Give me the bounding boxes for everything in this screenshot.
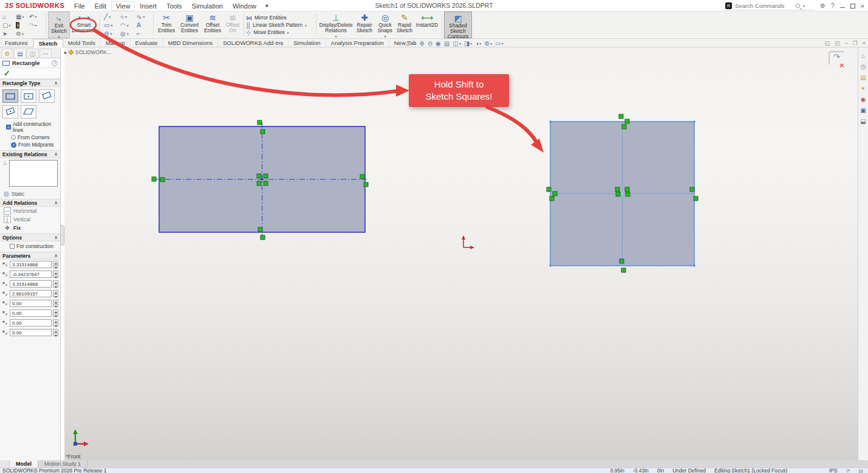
circle-tool[interactable]: ○▾ [118, 12, 135, 21]
login-badge-icon[interactable]: R [725, 2, 732, 9]
zoom-out-icon[interactable]: ⊖ [428, 40, 432, 47]
spinner[interactable] [53, 300, 58, 307]
spinner[interactable] [53, 271, 58, 278]
redo-icon[interactable]: ↷▾ [29, 21, 44, 29]
doc-pane2-icon[interactable]: ◰ [835, 40, 840, 46]
three-point-corner-rectangle-button[interactable] [39, 89, 55, 103]
tab-propertymanager-icon[interactable]: ▤ [14, 49, 26, 58]
edit-appearance-icon[interactable]: ⚙▾ [484, 40, 492, 47]
parameter-input[interactable]: -0.34237647 [10, 271, 52, 278]
help-icon[interactable]: ? [831, 2, 835, 9]
section-view-icon[interactable]: ▤ [444, 40, 449, 47]
tab-analysis-preparation[interactable]: Analysis Preparation [326, 39, 389, 47]
three-point-center-rectangle-button[interactable] [2, 105, 18, 119]
parameter-input[interactable]: 3.31514868 [10, 280, 52, 288]
parameter-input[interactable]: 0.00 [10, 319, 52, 326]
section-parameters[interactable]: Parameters∧ [0, 252, 60, 260]
zoom-to-area-icon[interactable]: ⌕ [413, 40, 417, 47]
rectangle-tool[interactable]: ▭▾ [102, 21, 118, 29]
spinner[interactable] [53, 290, 58, 297]
custom-properties-icon[interactable]: ▣ [860, 107, 866, 114]
trim-entities-button[interactable]: ✂ Trim Entities [155, 12, 177, 38]
linear-sketch-pattern-button[interactable]: ⣿Linear Sketch Pattern▾ [246, 22, 314, 29]
convert-entities-button[interactable]: ▣ Convert Entities [177, 12, 202, 38]
rapid-sketch-button[interactable]: ✎ Rapid Sketch [395, 12, 414, 38]
tab-solidworks-add-ins[interactable]: SOLIDWORKS Add-Ins [218, 39, 289, 47]
spinner[interactable] [53, 261, 58, 268]
parameter-input[interactable]: 0.00 [10, 309, 52, 317]
sketch-square-right[interactable] [544, 112, 708, 277]
relation-vertical-button[interactable]: | Vertical [0, 215, 60, 224]
doc-minimize-icon[interactable]: – [845, 40, 848, 46]
search-icon[interactable] [796, 4, 800, 8]
line-tool[interactable]: ╱▾ [102, 12, 118, 21]
home-icon[interactable]: ⌂ [2, 12, 16, 21]
view-settings-icon[interactable]: ▭▾ [495, 40, 503, 47]
section-options[interactable]: Options∧ [0, 233, 60, 241]
section-rectangle-type[interactable]: Rectangle Type∧ [0, 79, 60, 87]
tab-markup[interactable]: Markup [101, 39, 131, 47]
appearances-icon[interactable]: ◉ [861, 96, 866, 103]
view-orientation-icon[interactable]: ◫▾ [453, 40, 460, 47]
parallelogram-button[interactable] [21, 105, 36, 119]
exit-sketch-button[interactable]: ⤷ Exit Sketch ▾ [48, 12, 70, 38]
existing-relations-list[interactable] [9, 160, 58, 187]
arc-tool[interactable]: ◠▾ [118, 21, 135, 29]
pm-help-icon[interactable]: ? [52, 60, 58, 66]
center-rectangle-button[interactable] [21, 89, 36, 103]
tab-motion-study[interactable]: Motion Study 1 [38, 460, 87, 468]
smart-dimension-button[interactable]: ⟷ Smart Dimension [70, 12, 98, 38]
quick-snaps-button[interactable]: ◎ Quick Snaps ▾ [375, 12, 395, 38]
recent-tab-icon[interactable]: ◷ [861, 63, 866, 70]
parameter-input[interactable]: 0.00 [10, 300, 52, 307]
tab-model[interactable]: Model [10, 460, 38, 468]
minimize-button[interactable] [840, 7, 845, 8]
save-icon[interactable]: ▦▾ [16, 12, 29, 21]
section-existing-relations[interactable]: Existing Relations∧ [0, 150, 60, 158]
instant2d-button[interactable]: ⟷ Instant2D [414, 12, 440, 38]
tab-mold-tools[interactable]: Mold Tools [63, 39, 101, 47]
parameter-input[interactable]: 2.66109157 [10, 290, 52, 297]
tab-mbd-dimensions[interactable]: MBD Dimensions [163, 39, 218, 47]
spinner[interactable] [53, 329, 58, 336]
undo-icon[interactable]: ↶▾ [29, 12, 44, 21]
hide-show-items-icon[interactable]: ◑▾ [475, 40, 481, 47]
from-corners-radio[interactable]: From Corners [0, 133, 60, 140]
tab-configurationmanager-icon[interactable]: ◫ [27, 49, 39, 58]
zoom-in-icon[interactable]: ⊕ [419, 40, 424, 47]
panel-flyout-handle[interactable] [60, 225, 64, 246]
forum-icon[interactable]: ⬓ [860, 118, 866, 125]
add-construction-lines-checkbox[interactable]: ✓ Add construction lines [0, 120, 60, 133]
offset-entities-button[interactable]: ≋ Offset Entities [202, 12, 224, 38]
shaded-sketch-contours-button[interactable]: ◩ Shaded Sketch Contours [444, 12, 472, 38]
repair-sketch-button[interactable]: ✚ Repair Sketch [354, 12, 375, 38]
status-panel-icon[interactable]: ▤ [858, 468, 863, 473]
graphics-area[interactable]: ▸ SOLIDWORK... [64, 47, 858, 460]
tab-simulation[interactable]: Simulation [289, 39, 326, 47]
zoom-to-fit-icon[interactable]: ⊥ [405, 40, 410, 47]
expand-arrow-icon[interactable]: ▸ [64, 50, 67, 55]
cancel-sketch-icon[interactable]: × [839, 61, 844, 70]
status-units[interactable]: IPS [829, 468, 838, 473]
options-gear-icon[interactable]: ⚙▾ [16, 29, 29, 38]
search-caret-icon[interactable]: ▾ [803, 4, 805, 8]
move-entities-button[interactable]: ⊹Move Entities▾ [246, 29, 314, 36]
parameter-input[interactable]: 0.00 [10, 329, 52, 336]
spinner[interactable] [53, 280, 58, 288]
status-refresh-icon[interactable]: ⟳ [846, 468, 850, 473]
from-midpoints-radio[interactable]: From Midpoints [0, 140, 60, 150]
display-style-icon[interactable]: ◨▾ [464, 40, 472, 47]
share-icon[interactable]: ➤ [2, 29, 16, 38]
tab-featuremanager-icon[interactable]: ⚙ [1, 49, 13, 58]
fillet-tool[interactable]: ⌐ [135, 29, 151, 38]
spinner[interactable] [53, 319, 58, 326]
center-point[interactable] [621, 193, 624, 195]
doc-restore-icon[interactable]: ❐ [853, 40, 858, 46]
parameter-input[interactable]: 3.31514868 [10, 261, 52, 268]
design-library-icon[interactable]: ▤ [860, 74, 866, 81]
spline-tool[interactable]: ∿▾ [135, 12, 151, 21]
ok-check-icon[interactable]: ✓ [4, 69, 10, 78]
doc-pane-icon[interactable]: ◱ [825, 40, 830, 46]
tab-features[interactable]: Features [0, 39, 33, 47]
ellipse-tool[interactable]: ◎▾ [118, 29, 135, 38]
